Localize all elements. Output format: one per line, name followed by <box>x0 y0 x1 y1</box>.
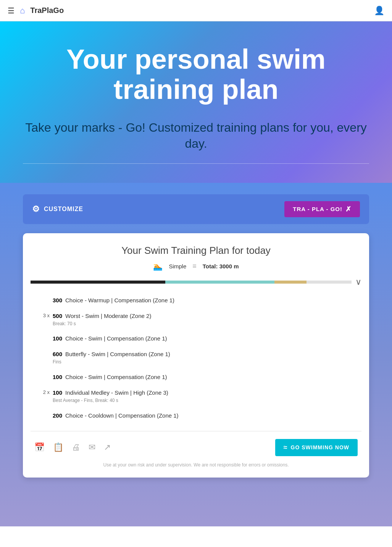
plan-meta: 🏊 Simple ≡ Total: 3000 m <box>31 262 361 271</box>
action-icons: 📅📋🖨✉↗ <box>34 442 111 452</box>
plan-title: Your Swim Training Plan for today <box>31 245 361 257</box>
customize-bar: ⚙ CUSTOMIZE TRA - PLA - GO! ✗ <box>23 194 369 224</box>
copy-icon[interactable]: 📋 <box>53 442 63 452</box>
plan-card-header: Your Swim Training Plan for today 🏊 Simp… <box>23 233 369 277</box>
go-swimming-button[interactable]: ≈ GO SWIMMING NOW <box>275 439 358 456</box>
email-icon[interactable]: ✉ <box>89 442 95 452</box>
home-icon[interactable]: ⌂ <box>20 6 25 16</box>
workout-row: 200 Choice - Cooldown | Compensation (Zo… <box>38 411 354 420</box>
workout-description: Choice - Swim | Compensation (Zone 1) <box>65 334 167 342</box>
disclaimer: Use at your own risk and under supervisi… <box>23 456 369 470</box>
hamburger-icon[interactable]: ☰ <box>8 6 15 15</box>
workout-description: Choice - Warmup | Compensation (Zone 1) <box>65 296 174 304</box>
progress-light <box>307 281 352 284</box>
workout-item: 300 Choice - Warmup | Compensation (Zone… <box>38 292 354 308</box>
customize-button[interactable]: ⚙ CUSTOMIZE <box>32 204 83 214</box>
workout-distance: 300 <box>53 296 62 304</box>
workout-description: Choice - Cooldown | Compensation (Zone 1… <box>65 411 179 420</box>
gear-icon: ⚙ <box>32 204 40 214</box>
user-icon[interactable]: 👤 <box>374 6 384 16</box>
workout-multiplier <box>38 373 50 373</box>
navbar-left: ☰ ⌂ TraPlaGo <box>8 6 64 16</box>
workout-note: Fins <box>53 359 354 365</box>
progress-bar-container: ∨ <box>23 277 369 287</box>
workout-distance: 200 <box>53 411 62 420</box>
print-icon[interactable]: 🖨 <box>72 442 80 452</box>
go-swimming-label: GO SWIMMING NOW <box>291 444 349 450</box>
workout-distance: 500 <box>53 312 62 320</box>
plan-card: Your Swim Training Plan for today 🏊 Simp… <box>23 233 369 478</box>
plan-level: Simple <box>169 263 186 269</box>
customize-label: CUSTOMIZE <box>44 206 83 213</box>
workout-item: 2 x100 Individual Medley - Swim | High (… <box>38 385 354 408</box>
swimmer-emoji: 🏊 <box>153 262 163 271</box>
main-content: ⚙ CUSTOMIZE TRA - PLA - GO! ✗ Your Swim … <box>0 183 392 526</box>
chevron-down-icon[interactable]: ∨ <box>355 277 361 287</box>
card-divider <box>31 431 361 431</box>
workout-list: 300 Choice - Warmup | Compensation (Zone… <box>23 287 369 427</box>
traplago-go-button[interactable]: TRA - PLA - GO! ✗ <box>284 201 360 217</box>
hero-section: Your personal swim training plan Take yo… <box>0 21 392 183</box>
workout-note: Break: 70 s <box>53 321 354 327</box>
workout-note: Best Average - Fins, Break: 40 s <box>53 397 354 404</box>
workout-description: Worst - Swim | Moderate (Zone 2) <box>65 312 151 320</box>
workout-multiplier <box>38 296 50 297</box>
workout-multiplier <box>38 350 50 350</box>
workout-item: 3 x500 Worst - Swim | Moderate (Zone 2)B… <box>38 308 354 331</box>
plan-total: Total: 3000 m <box>203 263 239 269</box>
action-row: 📅📋🖨✉↗ ≈ GO SWIMMING NOW <box>23 435 369 456</box>
hero-divider <box>23 163 369 164</box>
share-icon[interactable]: ↗ <box>104 442 111 452</box>
workout-description: Butterfly - Swim | Compensation (Zone 1) <box>65 350 170 358</box>
calendar-icon[interactable]: 📅 <box>34 442 45 452</box>
progress-yellow <box>274 281 307 284</box>
workout-row: 300 Choice - Warmup | Compensation (Zone… <box>38 296 354 304</box>
hero-subtitle: Take your marks - Go! Customized trainin… <box>23 120 369 152</box>
workout-distance: 600 <box>53 350 62 358</box>
workout-item: 600 Butterfly - Swim | Compensation (Zon… <box>38 346 354 369</box>
workout-item: 100 Choice - Swim | Compensation (Zone 1… <box>38 369 354 385</box>
workout-distance: 100 <box>53 334 62 342</box>
brand-name: TraPlaGo <box>30 6 64 15</box>
workout-multiplier: 3 x <box>38 312 50 319</box>
progress-teal <box>165 281 274 284</box>
workout-distance: 100 <box>53 373 62 381</box>
workout-multiplier <box>38 334 50 335</box>
workout-row: 2 x100 Individual Medley - Swim | High (… <box>38 389 354 397</box>
shuffle-icon: ✗ <box>345 205 352 213</box>
hero-title: Your personal swim training plan <box>23 44 369 105</box>
workout-distance: 100 <box>53 389 62 397</box>
workout-row: 600 Butterfly - Swim | Compensation (Zon… <box>38 350 354 358</box>
workout-item: 100 Choice - Swim | Compensation (Zone 1… <box>38 331 354 346</box>
workout-multiplier <box>38 411 50 412</box>
workout-description: Individual Medley - Swim | High (Zone 3) <box>65 389 168 397</box>
workout-item: 200 Choice - Cooldown | Compensation (Zo… <box>38 408 354 423</box>
workout-multiplier: 2 x <box>38 389 50 396</box>
workout-row: 100 Choice - Swim | Compensation (Zone 1… <box>38 334 354 342</box>
workout-row: 100 Choice - Swim | Compensation (Zone 1… <box>38 373 354 381</box>
workout-description: Choice - Swim | Compensation (Zone 1) <box>65 373 167 381</box>
progress-dark <box>31 281 165 284</box>
meta-separator: ≡ <box>192 262 197 270</box>
progress-bar <box>31 281 352 284</box>
workout-row: 3 x500 Worst - Swim | Moderate (Zone 2) <box>38 312 354 320</box>
navbar: ☰ ⌂ TraPlaGo 👤 <box>0 0 392 21</box>
swim-icon: ≈ <box>284 444 288 452</box>
traplago-go-label: TRA - PLA - GO! <box>293 206 342 212</box>
